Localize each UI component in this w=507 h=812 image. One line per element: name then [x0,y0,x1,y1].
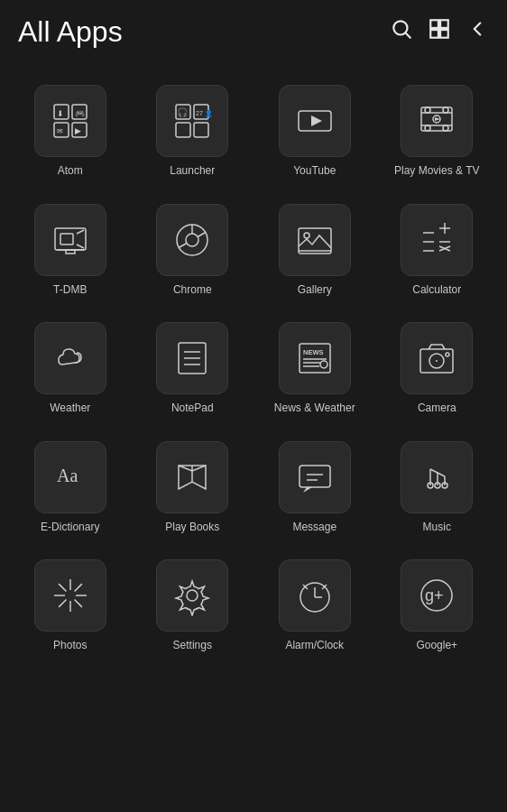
svg-point-0 [393,21,407,34]
svg-rect-3 [440,20,448,28]
app-icon-notepad [156,322,228,394]
app-item-gallery[interactable]: Gallery [254,191,376,310]
svg-point-66 [446,353,449,356]
app-name-tdmb: T-DMB [53,283,87,298]
svg-line-85 [74,584,81,591]
search-icon[interactable] [390,17,413,46]
app-icon-calculator [401,204,473,276]
app-name-settings: Settings [173,639,212,653]
app-item-edictionary[interactable]: Aa E-Dictionary [9,429,132,548]
app-name-news-weather: News & Weather [274,401,355,416]
app-item-youtube[interactable]: YouTube [254,72,376,191]
grid-view-icon[interactable] [428,17,451,46]
app-icon-settings [156,559,228,632]
svg-line-33 [77,230,84,234]
app-name-gallery: Gallery [298,283,332,298]
svg-rect-32 [60,234,73,245]
app-item-music[interactable]: Music [376,429,499,548]
app-icon-atom: ⬇ 🎮 ✉ ▶ [34,85,106,157]
app-name-chrome: Chrome [173,283,212,298]
app-name-photos: Photos [53,639,87,653]
svg-marker-71 [303,487,312,493]
svg-text:NEWS: NEWS [303,348,324,356]
svg-rect-5 [440,30,448,38]
app-name-youtube: YouTube [293,164,336,179]
app-icon-photos [34,559,106,632]
app-name-edictionary: E-Dictionary [41,521,99,535]
app-item-news-weather[interactable]: NEWS News & Weather [254,309,376,429]
svg-line-40 [198,232,206,236]
app-name-message: Message [292,521,336,535]
svg-rect-16 [176,123,190,137]
app-item-camera[interactable]: Camera [376,309,499,429]
svg-text:27 👤: 27 👤 [196,109,213,117]
svg-text:🎮: 🎮 [75,108,86,119]
app-name-notepad: NotePad [171,401,214,416]
app-icon-google-plus: g+ [401,559,473,632]
app-item-message[interactable]: Message [254,429,376,548]
app-item-photos[interactable]: Photos [9,547,132,666]
app-name-launcher: Launcher [170,164,215,179]
app-item-chrome[interactable]: Chrome [132,191,254,310]
svg-text:▶: ▶ [75,126,81,135]
svg-point-87 [187,590,198,601]
app-icon-chrome [156,204,228,276]
svg-point-43 [304,233,309,238]
back-icon[interactable] [466,17,489,46]
app-icon-music [401,441,473,513]
app-icon-play-movies [401,85,473,157]
app-header: All Apps [0,0,507,63]
app-item-google-plus[interactable]: g+ Google+ [376,547,499,666]
svg-line-84 [74,600,81,607]
app-name-camera: Camera [418,401,456,416]
svg-point-62 [320,361,327,368]
svg-text:⬇: ⬇ [57,109,64,118]
app-name-alarm-clock: Alarm/Clock [285,639,344,653]
svg-rect-4 [430,30,438,38]
app-item-notepad[interactable]: NotePad [132,309,254,429]
app-item-settings[interactable]: Settings [132,547,254,666]
svg-text:✉: ✉ [57,127,63,135]
svg-text:Aa: Aa [57,466,78,485]
svg-point-65 [436,360,438,362]
app-item-atom[interactable]: ⬇ 🎮 ✉ ▶ Atom [9,72,132,191]
svg-line-41 [179,243,187,247]
page-title: All Apps [18,15,390,49]
app-name-play-movies: Play Movies & TV [394,164,479,179]
app-name-atom: Atom [58,164,83,179]
svg-line-1 [406,33,410,38]
app-name-google-plus: Google+ [416,639,457,653]
app-item-weather[interactable]: Weather [9,309,132,429]
svg-line-83 [59,584,66,591]
svg-rect-2 [430,20,438,28]
app-item-tdmb[interactable]: T-DMB [9,191,132,310]
app-item-alarm-clock[interactable]: Alarm/Clock [254,547,376,666]
svg-point-38 [186,234,198,246]
app-icon-alarm-clock [279,559,351,632]
app-icon-message [279,441,351,513]
svg-text:🎧: 🎧 [177,106,189,118]
app-name-music: Music [423,521,451,535]
svg-rect-17 [194,123,208,137]
app-item-calculator[interactable]: Calculator [376,191,499,310]
header-actions [390,17,489,46]
svg-line-86 [59,600,66,607]
apps-grid: ⬇ 🎮 ✉ ▶ Atom 🎧 27 👤 Launcher [0,63,507,675]
svg-marker-21 [311,115,322,126]
app-name-playbooks: Play Books [165,521,219,535]
app-icon-youtube [279,85,351,157]
app-icon-camera [401,322,473,394]
svg-point-23 [425,107,430,113]
app-icon-edictionary: Aa [34,441,106,513]
app-item-launcher[interactable]: 🎧 27 👤 Launcher [132,72,254,191]
app-icon-weather [34,322,106,394]
app-icon-gallery [279,204,351,276]
app-item-playbooks[interactable]: Play Books [132,429,254,548]
app-item-play-movies[interactable]: Play Movies & TV [376,72,499,191]
app-icon-launcher: 🎧 27 👤 [156,85,228,157]
app-name-weather: Weather [50,401,90,416]
svg-text:g+: g+ [425,586,444,604]
svg-point-26 [443,125,448,131]
app-name-calculator: Calculator [412,283,461,298]
app-icon-playbooks [156,441,228,513]
